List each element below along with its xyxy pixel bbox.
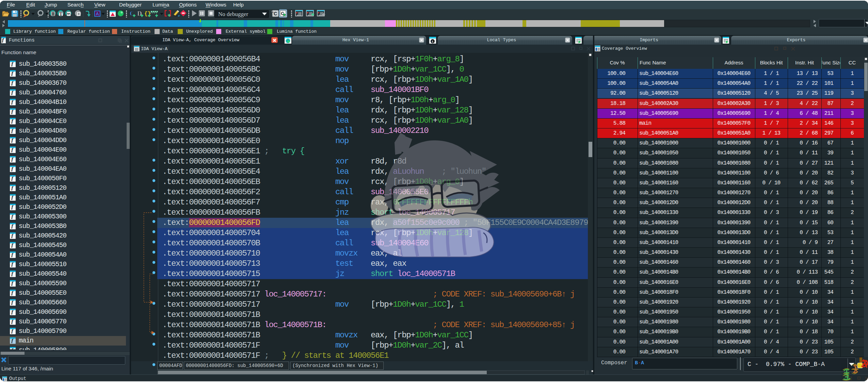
svg-text:{}: {} [144, 11, 151, 17]
svg-text:A: A [96, 11, 99, 16]
svg-text:T: T [59, 12, 63, 17]
svg-text:t: t [432, 40, 433, 44]
svg-text:C: C [130, 10, 134, 17]
svg-text:D: D [137, 10, 142, 17]
svg-text:C: C [274, 11, 277, 16]
